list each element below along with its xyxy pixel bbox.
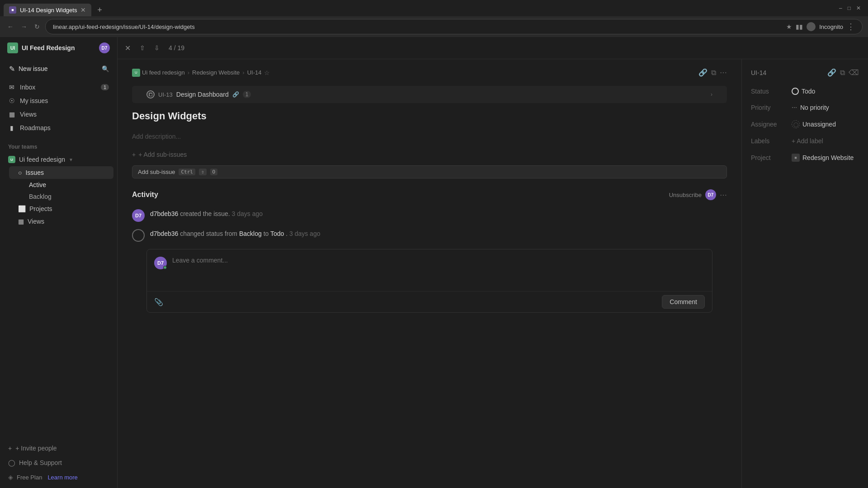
sidebar-item-backlog[interactable]: Backlog — [16, 191, 113, 202]
comment-input-row: D7 — [147, 249, 712, 291]
sidebar-item-views-team[interactable]: ▦ Views — [9, 215, 113, 228]
bookmark-icon[interactable]: ★ — [786, 23, 792, 30]
breadcrumb-project[interactable]: Redesign Website — [192, 69, 240, 76]
tab-title: UI-14 Design Widgets — [20, 7, 77, 14]
breadcrumb-issue-id[interactable]: UI-14 — [247, 69, 262, 76]
panel-actions: 🔗 ⧉ ⌫ — [827, 68, 859, 77]
team-items: ○ Issues Active Backlog ⬜ Projects ▦ — [4, 166, 113, 228]
new-issue-icon: ✎ — [9, 65, 15, 73]
next-issue-btn[interactable]: ⇩ — [151, 42, 163, 54]
sidebar-item-my-issues[interactable]: ☉ My issues — [4, 94, 113, 108]
workspace-name[interactable]: UI UI Feed Redesign — [7, 42, 75, 53]
labels-property: Labels + Add label — [751, 137, 859, 145]
reload-btn[interactable]: ↻ — [33, 21, 42, 32]
parent-issue[interactable]: UI-13 Design Dashboard 🔗 1 › — [132, 86, 727, 103]
activity-from-status: Backlog — [239, 230, 262, 237]
search-btn[interactable]: 🔍 — [97, 61, 113, 77]
projects-icon: ⬜ — [18, 205, 26, 212]
add-sub-issues-btn[interactable]: + + Add sub-issues — [132, 151, 187, 158]
activity-avatar-2 — [132, 229, 145, 242]
labels-label: Labels — [751, 137, 792, 145]
sub-sub-items: Active Backlog — [9, 179, 113, 202]
breadcrumb-workspace[interactable]: U Ui feed redesign — [132, 69, 185, 77]
invite-people-btn[interactable]: + + Invite people — [4, 441, 113, 455]
active-label: Active — [29, 181, 46, 188]
sidebar-nav: ✉ Inbox 1 ☉ My issues ▦ Views ▮ Roadmaps — [0, 79, 117, 136]
new-tab-btn[interactable]: + — [93, 4, 106, 16]
issue-counter: 4 / 19 — [169, 44, 184, 52]
comment-submit-btn[interactable]: Comment — [662, 295, 705, 309]
issue-title-section: Design Widgets Add description... — [118, 110, 741, 144]
sidebar-item-roadmaps[interactable]: ▮ Roadmaps — [4, 121, 113, 135]
views-icon: ▦ — [8, 111, 15, 118]
minimize-btn[interactable]: – — [839, 5, 842, 11]
team-header[interactable]: U Ui feed redesign ▼ — [4, 153, 113, 166]
activity-title: Activity — [132, 191, 158, 199]
add-description-btn[interactable]: Add description... — [132, 129, 727, 144]
status-property: Status Todo — [751, 88, 859, 95]
help-support-btn[interactable]: ◯ Help & Support — [4, 455, 113, 470]
kbd-shift: ⇧ — [199, 169, 207, 175]
kbd-o: O — [210, 169, 218, 175]
activity-time-2: 3 days ago — [289, 230, 321, 237]
issue-title[interactable]: Design Widgets — [132, 110, 727, 122]
attach-btn[interactable]: 📎 — [154, 298, 163, 306]
breadcrumb-issue-id-label: UI-14 — [247, 69, 262, 76]
activity-action-1: created the issue. — [180, 210, 231, 217]
labels-value[interactable]: + Add label — [792, 137, 823, 145]
close-win-btn[interactable]: ✕ — [856, 5, 861, 11]
maximize-btn[interactable]: □ — [848, 5, 851, 11]
status-value[interactable]: Todo — [792, 88, 815, 95]
active-tab[interactable]: ■ UI-14 Design Widgets ✕ — [4, 4, 91, 16]
assignee-property: Assignee ◯ Unassigned — [751, 120, 859, 128]
breadcrumb-sep-1: › — [188, 69, 189, 76]
panel-more-btn[interactable]: ⌫ — [849, 68, 859, 77]
window-controls: – □ ✕ — [835, 5, 864, 15]
new-issue-btn[interactable]: ✎ New issue — [4, 61, 95, 77]
sidebar-item-views[interactable]: ▦ Views — [4, 108, 113, 121]
views-team-icon: ▦ — [18, 218, 24, 225]
sidebar-item-active[interactable]: Active — [16, 179, 113, 191]
tooltip-hint: Add sub-issue Ctrl ⇧ O — [132, 165, 727, 178]
star-issue-btn[interactable]: ☆ — [264, 69, 270, 76]
sidebar-item-inbox[interactable]: ✉ Inbox 1 — [4, 80, 113, 94]
activity-avatar-1: D7 — [132, 209, 145, 222]
prev-issue-btn[interactable]: ⇧ — [136, 42, 149, 54]
open-in-new-btn[interactable]: ⧉ — [711, 68, 716, 77]
online-indicator — [163, 266, 167, 269]
profile-icon[interactable] — [807, 22, 816, 31]
browser-menu-btn[interactable]: ⋮ — [847, 22, 855, 32]
panel-open-btn[interactable]: ⧉ — [840, 68, 845, 77]
kbd-ctrl: Ctrl — [179, 169, 195, 175]
unsubscribe-btn[interactable]: Unsubscribe — [669, 192, 702, 198]
sidebar-item-projects[interactable]: ⬜ Projects — [9, 202, 113, 215]
activity-item-2: d7bdeb36 changed status from Backlog to … — [132, 229, 727, 242]
workspace-breadcrumb-icon: U — [132, 69, 140, 77]
breadcrumb-actions: 🔗 ⧉ ⋯ — [698, 68, 727, 77]
address-bar[interactable]: linear.app/ui-feed-redesign/issue/UI-14/… — [45, 19, 863, 34]
search-icon: 🔍 — [102, 66, 109, 72]
user-avatar[interactable]: D7 — [99, 42, 110, 53]
learn-more-link[interactable]: Learn more — [47, 474, 77, 481]
comment-input[interactable] — [172, 257, 705, 284]
views-team-label: Views — [28, 218, 44, 225]
help-icon: ◯ — [8, 459, 15, 466]
back-btn[interactable]: ← — [5, 21, 15, 32]
close-issue-btn[interactable]: ✕ — [125, 44, 131, 52]
assignee-value-text: Unassigned — [802, 121, 836, 128]
reader-mode-icon[interactable]: ▮▮ — [796, 23, 803, 30]
activity-section: Activity Unsubscribe D7 ⋯ D7 d7bdeb36 cr… — [118, 178, 741, 324]
panel-copy-link-btn[interactable]: 🔗 — [827, 68, 836, 77]
sidebar-item-issues[interactable]: ○ Issues — [9, 166, 113, 179]
activity-more-btn[interactable]: ⋯ — [720, 191, 727, 199]
tab-close-btn[interactable]: ✕ — [80, 6, 86, 14]
activity-text-1: d7bdeb36 created the issue. 3 days ago — [150, 209, 263, 219]
priority-value[interactable]: ⋯ No priority — [792, 104, 829, 111]
forward-btn[interactable]: → — [19, 21, 29, 32]
copy-link-btn[interactable]: 🔗 — [698, 68, 708, 77]
assignee-value[interactable]: ◯ Unassigned — [792, 120, 836, 128]
more-options-btn[interactable]: ⋯ — [720, 68, 727, 77]
workspace-avatar: UI — [7, 42, 18, 53]
parent-issue-id: UI-13 — [158, 91, 173, 98]
project-value[interactable]: ■ Redesign Website — [792, 154, 854, 162]
